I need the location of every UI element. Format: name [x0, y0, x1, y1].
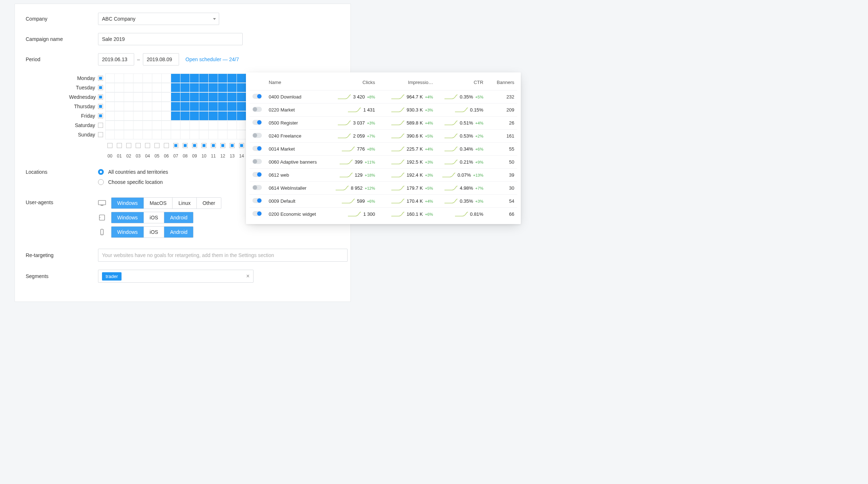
scheduler-hour-checkbox[interactable]	[117, 143, 122, 148]
scheduler-day-checkbox[interactable]	[98, 104, 103, 109]
scheduler-cell[interactable]	[124, 121, 133, 130]
scheduler-cell[interactable]	[115, 130, 124, 139]
scheduler-cell[interactable]	[105, 130, 115, 139]
col-impressions[interactable]: Impressio…	[378, 76, 436, 91]
scheduler-cell[interactable]	[152, 121, 162, 130]
scheduler-cell[interactable]	[227, 102, 237, 111]
scheduler-hour-checkbox[interactable]	[173, 143, 178, 148]
scheduler-hour-checkbox[interactable]	[136, 143, 141, 148]
scheduler-cell[interactable]	[115, 121, 124, 130]
scheduler-cell[interactable]	[133, 102, 143, 111]
scheduler-hour-checkbox[interactable]	[145, 143, 150, 148]
scheduler-cell[interactable]	[143, 102, 152, 111]
scheduler-day-checkbox[interactable]	[98, 85, 103, 90]
scheduler-cell[interactable]	[237, 130, 246, 139]
scheduler-cell[interactable]	[180, 73, 190, 83]
row-toggle[interactable]	[252, 146, 262, 151]
scheduler-cell[interactable]	[115, 73, 124, 83]
scheduler-cell[interactable]	[180, 111, 190, 121]
scheduler-cell[interactable]	[218, 92, 227, 102]
scheduler-cell[interactable]	[199, 92, 209, 102]
row-name[interactable]: 0612 web	[266, 169, 328, 182]
scheduler-cell[interactable]	[115, 102, 124, 111]
row-name[interactable]: 0009 Default	[266, 195, 328, 208]
scheduler-cell[interactable]	[105, 121, 115, 130]
row-name[interactable]: 0240 Freelance	[266, 130, 328, 143]
scheduler-cell[interactable]	[190, 73, 199, 83]
col-clicks[interactable]: Clicks	[328, 76, 378, 91]
scheduler-cell[interactable]	[162, 121, 171, 130]
scheduler-cell[interactable]	[162, 111, 171, 121]
scheduler-cell[interactable]	[237, 92, 246, 102]
scheduler-cell[interactable]	[115, 92, 124, 102]
scheduler-cell[interactable]	[237, 73, 246, 83]
scheduler-cell[interactable]	[152, 83, 162, 92]
scheduler-cell[interactable]	[190, 102, 199, 111]
scheduler-cell[interactable]	[133, 92, 143, 102]
scheduler-cell[interactable]	[162, 73, 171, 83]
ua-option-android[interactable]: Android	[164, 212, 193, 223]
scheduler-cell[interactable]	[124, 83, 133, 92]
scheduler-cell[interactable]	[133, 83, 143, 92]
scheduler-cell[interactable]	[152, 130, 162, 139]
scheduler-cell[interactable]	[209, 73, 218, 83]
scheduler-cell[interactable]	[143, 92, 152, 102]
scheduler-cell[interactable]	[218, 121, 227, 130]
scheduler-hour-checkbox[interactable]	[220, 143, 225, 148]
scheduler-day-checkbox[interactable]	[98, 76, 103, 81]
close-icon[interactable]: ×	[246, 273, 250, 279]
scheduler-cell[interactable]	[133, 73, 143, 83]
scheduler-cell[interactable]	[105, 92, 115, 102]
scheduler-cell[interactable]	[143, 73, 152, 83]
scheduler-cell[interactable]	[143, 130, 152, 139]
ua-option-ios[interactable]: iOS	[144, 212, 164, 223]
scheduler-hour-checkbox[interactable]	[183, 143, 188, 148]
scheduler-cell[interactable]	[162, 130, 171, 139]
segment-tag[interactable]: trader	[102, 272, 122, 281]
ua-option-macos[interactable]: MacOS	[144, 198, 173, 209]
row-name[interactable]: 0400 Download	[266, 91, 328, 104]
scheduler-cell[interactable]	[162, 102, 171, 111]
scheduler-cell[interactable]	[199, 111, 209, 121]
scheduler-cell[interactable]	[115, 83, 124, 92]
scheduler-cell[interactable]	[171, 102, 180, 111]
scheduler-cell[interactable]	[133, 111, 143, 121]
scheduler-hour-checkbox[interactable]	[126, 143, 131, 148]
col-banners[interactable]: Banners	[486, 76, 517, 91]
scheduler-day-checkbox[interactable]	[98, 132, 103, 137]
scheduler-hour-checkbox[interactable]	[154, 143, 159, 148]
scheduler-cell[interactable]	[227, 111, 237, 121]
scheduler-cell[interactable]	[143, 83, 152, 92]
open-scheduler-link[interactable]: Open scheduler — 24/7	[186, 56, 239, 62]
scheduler-hour-checkbox[interactable]	[192, 143, 197, 148]
row-name[interactable]: 0060 Adaptive banners	[266, 156, 328, 169]
row-toggle[interactable]	[252, 198, 262, 203]
scheduler-cell[interactable]	[171, 83, 180, 92]
scheduler-cell[interactable]	[133, 130, 143, 139]
scheduler-cell[interactable]	[227, 92, 237, 102]
scheduler-cell[interactable]	[199, 102, 209, 111]
scheduler-cell[interactable]	[180, 121, 190, 130]
row-name[interactable]: 0220 Market	[266, 104, 328, 117]
scheduler-cell[interactable]	[124, 130, 133, 139]
scheduler-cell[interactable]	[218, 83, 227, 92]
scheduler-cell[interactable]	[237, 102, 246, 111]
scheduler-day-checkbox[interactable]	[98, 123, 103, 128]
row-name[interactable]: 0614 WebInstaller	[266, 182, 328, 195]
scheduler-cell[interactable]	[180, 83, 190, 92]
scheduler-cell[interactable]	[199, 130, 209, 139]
scheduler-cell[interactable]	[218, 130, 227, 139]
scheduler-hour-checkbox[interactable]	[107, 143, 112, 148]
scheduler-cell[interactable]	[199, 83, 209, 92]
scheduler-cell[interactable]	[209, 92, 218, 102]
ua-option-windows[interactable]: Windows	[111, 227, 144, 237]
scheduler-cell[interactable]	[133, 121, 143, 130]
row-toggle[interactable]	[252, 107, 262, 112]
scheduler-cell[interactable]	[143, 111, 152, 121]
scheduler-cell[interactable]	[190, 92, 199, 102]
scheduler-day-checkbox[interactable]	[98, 94, 103, 100]
scheduler-cell[interactable]	[105, 73, 115, 83]
scheduler-cell[interactable]	[237, 111, 246, 121]
row-toggle[interactable]	[252, 94, 262, 99]
ua-option-ios[interactable]: iOS	[144, 227, 164, 237]
